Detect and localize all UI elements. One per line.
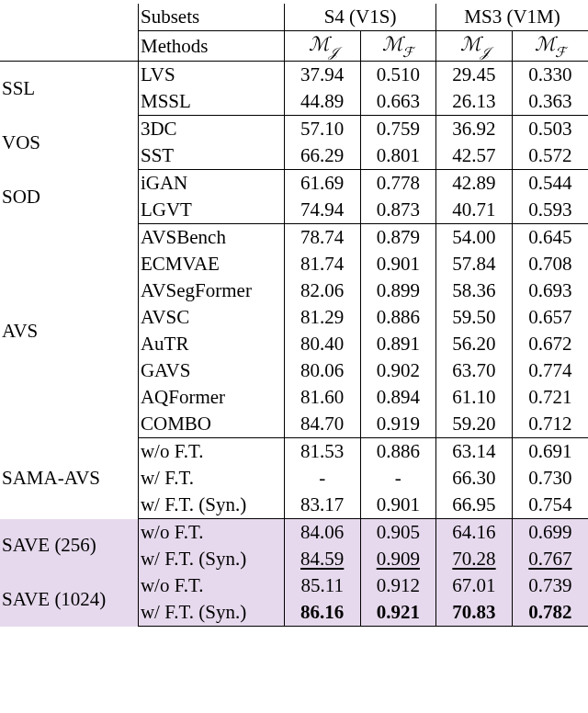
header-row-methods: Methodsℳ𝒥ℳℱℳ𝒥ℳℱ — [0, 31, 588, 62]
value-ms3-mj: 59.50 — [436, 304, 513, 331]
value-s4-mj: 83.17 — [284, 492, 360, 519]
method-label: AVSC — [138, 304, 284, 331]
metric-header: ℳ𝒥 — [436, 31, 513, 62]
value-ms3-mf: 0.363 — [512, 88, 588, 116]
value-s4-mf: 0.921 — [360, 599, 436, 627]
value-ms3-mj: 63.70 — [436, 357, 513, 384]
value-s4-mj: 84.70 — [284, 411, 360, 438]
value-s4-mj: 80.06 — [284, 357, 360, 384]
value-ms3-mf: 0.708 — [512, 251, 588, 277]
value-s4-mf: 0.902 — [360, 357, 436, 384]
method-label: MSSL — [138, 88, 284, 116]
method-label: AVSBench — [138, 224, 284, 252]
value-s4-mj: 81.29 — [284, 304, 360, 331]
value-s4-mj: 57.10 — [284, 116, 360, 143]
table: SubsetsS4 (V1S)MS3 (V1M)Methodsℳ𝒥ℳℱℳ𝒥ℳℱS… — [0, 4, 588, 627]
value-ms3-mj: 40.71 — [436, 197, 513, 224]
subset-s4: S4 (V1S) — [284, 4, 435, 31]
value-s4-mj: 37.94 — [284, 62, 360, 89]
value-ms3-mf: 0.572 — [512, 142, 588, 170]
method-label: AQFormer — [138, 384, 284, 411]
table-row: AVSAVSBench78.740.87954.000.645 — [0, 224, 588, 252]
value-s4-mf: 0.510 — [360, 62, 436, 89]
subsets-label: Subsets — [138, 4, 284, 31]
category-label: SSL — [0, 62, 138, 116]
value-ms3-mj: 42.89 — [436, 170, 513, 198]
method-label: w/ F.T. — [138, 465, 284, 492]
value-s4-mf: 0.891 — [360, 331, 436, 357]
value-ms3-mj: 70.28 — [436, 546, 513, 572]
table-row: SAVE (1024)w/o F.T.85.110.91267.010.739 — [0, 572, 588, 599]
value-ms3-mj: 61.10 — [436, 384, 513, 411]
value-ms3-mf: 0.782 — [512, 599, 588, 627]
method-label: w/o F.T. — [138, 438, 284, 466]
table-row: SSLLVS37.940.51029.450.330 — [0, 62, 588, 89]
value-ms3-mf: 0.672 — [512, 331, 588, 357]
value-s4-mf: 0.901 — [360, 251, 436, 277]
value-s4-mj: 74.94 — [284, 197, 360, 224]
method-label: GAVS — [138, 357, 284, 384]
value-ms3-mf: 0.645 — [512, 224, 588, 252]
method-label: w/ F.T. (Syn.) — [138, 546, 284, 572]
value-s4-mf: 0.912 — [360, 572, 436, 599]
method-label: LVS — [138, 62, 284, 89]
value-ms3-mj: 70.83 — [436, 599, 513, 627]
method-label: 3DC — [138, 116, 284, 143]
value-s4-mj: 44.89 — [284, 88, 360, 116]
table-row: SAMA-AVSw/o F.T.81.530.88663.140.691 — [0, 438, 588, 466]
value-ms3-mj: 58.36 — [436, 277, 513, 304]
table-row: VOS3DC57.100.75936.920.503 — [0, 116, 588, 143]
metric-header: ℳℱ — [360, 31, 436, 62]
table-row: SODiGAN61.690.77842.890.544 — [0, 170, 588, 198]
table-row: SAVE (256)w/o F.T.84.060.90564.160.699 — [0, 519, 588, 547]
value-s4-mf: 0.879 — [360, 224, 436, 252]
value-ms3-mf: 0.730 — [512, 465, 588, 492]
method-label: LGVT — [138, 197, 284, 224]
value-s4-mf: 0.886 — [360, 438, 436, 466]
value-ms3-mf: 0.699 — [512, 519, 588, 547]
value-s4-mf: 0.801 — [360, 142, 436, 170]
value-s4-mj: 78.74 — [284, 224, 360, 252]
results-table: SubsetsS4 (V1S)MS3 (V1M)Methodsℳ𝒥ℳℱℳ𝒥ℳℱS… — [0, 0, 588, 638]
value-s4-mj: 84.06 — [284, 519, 360, 547]
blank-cell — [0, 4, 138, 31]
value-ms3-mj: 56.20 — [436, 331, 513, 357]
value-ms3-mf: 0.754 — [512, 492, 588, 519]
value-ms3-mj: 64.16 — [436, 519, 513, 547]
value-ms3-mj: 26.13 — [436, 88, 513, 116]
value-ms3-mj: 67.01 — [436, 572, 513, 599]
value-ms3-mj: 66.95 — [436, 492, 513, 519]
category-label: SAMA-AVS — [0, 438, 138, 519]
category-label: AVS — [0, 224, 138, 438]
value-ms3-mj: 54.00 — [436, 224, 513, 252]
value-ms3-mf: 0.544 — [512, 170, 588, 198]
value-ms3-mf: 0.593 — [512, 197, 588, 224]
value-s4-mf: 0.759 — [360, 116, 436, 143]
method-label: COMBO — [138, 411, 284, 438]
value-ms3-mf: 0.330 — [512, 62, 588, 89]
subset-ms3: MS3 (V1M) — [436, 4, 588, 31]
category-label: SAVE (1024) — [0, 572, 138, 627]
value-s4-mj: 61.69 — [284, 170, 360, 198]
method-label: ECMVAE — [138, 251, 284, 277]
method-label: w/ F.T. (Syn.) — [138, 492, 284, 519]
value-s4-mj: 86.16 — [284, 599, 360, 627]
value-ms3-mf: 0.503 — [512, 116, 588, 143]
value-s4-mf: 0.905 — [360, 519, 436, 547]
value-s4-mf: 0.919 — [360, 411, 436, 438]
metric-header: ℳ𝒥 — [284, 31, 360, 62]
value-s4-mf: 0.886 — [360, 304, 436, 331]
value-ms3-mj: 66.30 — [436, 465, 513, 492]
value-ms3-mf: 0.693 — [512, 277, 588, 304]
method-label: w/o F.T. — [138, 572, 284, 599]
method-label: w/ F.T. (Syn.) — [138, 599, 284, 627]
value-s4-mj: 82.06 — [284, 277, 360, 304]
value-s4-mj: 85.11 — [284, 572, 360, 599]
value-ms3-mj: 36.92 — [436, 116, 513, 143]
value-s4-mf: 0.873 — [360, 197, 436, 224]
value-s4-mj: - — [284, 465, 360, 492]
value-ms3-mj: 59.20 — [436, 411, 513, 438]
value-s4-mf: - — [360, 465, 436, 492]
value-ms3-mj: 57.84 — [436, 251, 513, 277]
value-s4-mj: 84.59 — [284, 546, 360, 572]
